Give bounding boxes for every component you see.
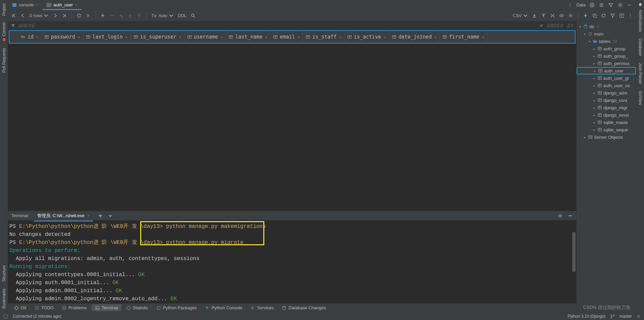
left-tab-commit[interactable]: Commit [1,19,7,44]
terminal-output[interactable]: PS E:\Python\python\python进 阶 \WEB开 发 \d… [8,220,576,303]
column-header-last_login[interactable]: last_login◆ [83,31,131,43]
where-label[interactable]: WHERE [18,23,35,29]
close-icon[interactable]: × [87,213,90,218]
column-header-is_active[interactable]: is_active◆ [344,31,389,43]
terminal-settings-icon[interactable] [557,213,563,218]
right-tab-sciview[interactable]: SciView [637,87,643,108]
btool-services[interactable]: Services [247,304,277,311]
btool-statistic[interactable]: Statistic [123,304,152,311]
tree-node-django_adm[interactable]: ▸django_adm [577,89,636,97]
more-icon[interactable]: ⋮ [628,13,633,18]
tree-node-auth_group_[interactable]: ▸auth_group_ [577,52,636,60]
filter-panel-icon[interactable] [608,2,614,8]
last-page-icon[interactable] [62,13,67,18]
revert-icon[interactable] [118,13,123,18]
tree-node-django_cont[interactable]: ▸django_cont [577,97,636,104]
close-icon[interactable]: × [36,2,39,7]
terminal-scrollbar[interactable] [572,222,576,302]
tree-node-sqlite_maste[interactable]: ▸sqlite_maste [577,119,636,126]
add-row-icon[interactable] [100,13,105,18]
data-grid-body[interactable] [8,44,576,211]
layout-icon[interactable] [619,13,624,18]
close-icon[interactable]: × [75,2,77,7]
btool-terminal[interactable]: Terminal [92,304,121,311]
tree-node-db[interactable]: ▾db1 [577,23,636,30]
tree-node-main[interactable]: ▾main [577,30,636,38]
filter-db-icon[interactable] [610,13,615,18]
tree-node-auth_user_us[interactable]: ▸auth_user_us [577,82,636,89]
column-header-id[interactable]: id◆ [18,31,42,43]
column-header-is_superuser[interactable]: is_superuser◆ [131,31,184,43]
column-header-username[interactable]: username◆ [184,31,226,43]
btool-todo[interactable]: TODO [31,304,57,311]
prev-page-icon[interactable] [20,13,25,18]
next-page-icon[interactable] [53,13,58,18]
refresh-db-icon[interactable] [601,13,606,18]
left-tab-project[interactable]: Project [1,0,7,19]
filter-icon[interactable] [11,23,15,28]
status-branch[interactable]: master [620,314,632,319]
tree-node-django_migr[interactable]: ▸django_migr [577,104,636,111]
btool-problems[interactable]: Problems [58,304,90,311]
btool-db-changes[interactable]: Database Changes [278,304,329,311]
right-tab-notifications[interactable]: Notifications [637,7,643,35]
download-icon[interactable] [532,13,537,18]
compare-icon[interactable] [550,13,555,18]
right-tab-json-parser[interactable]: Json Parser [637,59,643,87]
new-query-icon[interactable] [583,13,588,18]
column-header-email[interactable]: email◆ [270,31,303,43]
settings-icon[interactable] [617,2,623,8]
tree-node-tables[interactable]: ▾tables12 [577,38,636,45]
tree-node-auth_user_gr[interactable]: ▸auth_user_gr [577,74,636,82]
tree-node-django_sessi[interactable]: ▸django_sessi [577,111,636,119]
add-datasource-icon[interactable] [589,2,595,8]
left-tab-pull-requests[interactable]: Pull Requests [1,45,7,76]
collapse-icon[interactable] [598,2,604,8]
bell-icon[interactable] [638,2,643,7]
column-header-last_name[interactable]: last_name◆ [226,31,270,43]
tree-node-auth_user[interactable]: ▸auth_user [577,67,636,74]
left-tab-structure[interactable]: Structure [1,262,7,285]
minimize-icon[interactable] [627,2,633,8]
tree-node-auth_group[interactable]: ▸auth_group [577,45,636,52]
first-page-icon[interactable] [11,13,16,18]
view-icon[interactable] [559,13,564,18]
gear-icon[interactable] [568,13,573,18]
tree-node-auth_permiss[interactable]: ▸auth_permiss [577,60,636,67]
submit-icon[interactable] [137,13,142,18]
search-icon[interactable] [191,13,196,18]
commit-icon[interactable] [127,13,132,18]
import-icon[interactable] [541,13,546,18]
sort-icon[interactable] [539,23,544,28]
column-header-password[interactable]: password◆ [42,31,83,43]
lock-icon[interactable] [637,314,641,318]
btool-git[interactable]: Git [11,304,30,311]
tree-node-server-objects[interactable]: ▸Server Objects [577,133,636,141]
add-terminal-icon[interactable] [98,213,103,218]
right-tab-database[interactable]: Database [637,35,643,59]
copy-icon[interactable] [592,13,597,18]
reload-icon[interactable] [76,13,82,18]
branch-icon[interactable] [610,314,615,319]
tab-auth-user[interactable]: auth_user × [43,0,82,10]
column-header-is_staff[interactable]: is_staff◆ [303,31,344,43]
status-python[interactable]: Python 3.10 (Django) [568,314,605,319]
column-header-date_joined[interactable]: date_joined◆ [389,31,440,43]
tab-console[interactable]: console × [8,0,43,10]
btool-python-packages[interactable]: Python Packages [153,304,200,311]
row-count[interactable]: 0 rows [30,13,49,18]
export-csv[interactable]: CSV [513,13,528,18]
stop-icon[interactable] [86,13,91,18]
terminal-tab[interactable]: 管理员: C:\W...rshell.exe× [34,212,93,220]
tx-mode[interactable]: Tx: Auto [151,13,174,18]
remove-row-icon[interactable] [109,13,114,18]
hide-terminal-icon[interactable] [568,213,573,218]
chevron-down-icon[interactable] [108,213,113,218]
tree-node-sqlite_seque[interactable]: ▸sqlite_seque [577,126,636,133]
ddl-button[interactable]: DDL [178,13,186,18]
orderby-label[interactable]: ORDER BY [547,23,574,29]
left-tab-bookmarks[interactable]: Bookmarks [1,285,7,312]
menu-icon[interactable]: ⋮ [567,2,573,8]
column-header-first_name[interactable]: first_name◆ [440,31,487,43]
btool-python-console[interactable]: Python Console [202,304,246,311]
